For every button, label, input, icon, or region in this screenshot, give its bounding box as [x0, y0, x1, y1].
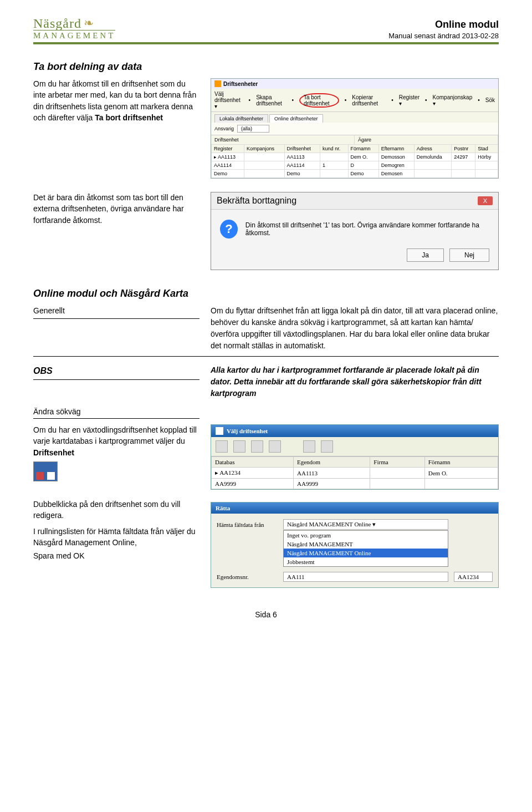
tb-kompanjon[interactable]: Kompanjonskap ▾: [433, 94, 473, 106]
driftsenheter-window: Driftsenheter Välj driftsenhet ▾ • Skapa…: [211, 78, 499, 179]
bottom-text2: I rullningslisten för Hämta fältdata frå…: [33, 526, 200, 549]
page-footer: Sida 6: [33, 610, 499, 619]
toolbar-icon[interactable]: [233, 440, 245, 453]
tab-lokala[interactable]: Lokala driftsenheter: [214, 114, 268, 123]
dropdown-item[interactable]: Inget vo. program: [284, 531, 448, 540]
tab-online[interactable]: Online driftsenheter: [269, 114, 323, 123]
table-row[interactable]: ▸ AA1113 AA1113 Dem O. Demosson Demolund…: [212, 153, 498, 161]
filter-select[interactable]: (alla): [237, 125, 269, 133]
tb-valj[interactable]: Välj driftsenhet ▾: [214, 91, 243, 109]
dialog-title: Bekräfta borttagning: [217, 196, 296, 206]
section1-left: Om du har åtkomst till en driftsenhet so…: [33, 78, 200, 123]
dialog-body-text: Din åtkomst till driftsenhet '1' tas bor…: [245, 221, 489, 237]
col-adress: Adress: [414, 145, 452, 153]
col-fornamn: Förnamn: [348, 145, 378, 153]
table-row[interactable]: AA9999 AA9999: [212, 479, 498, 489]
ratta-field2b[interactable]: AA1234: [454, 572, 493, 582]
window-icon: [216, 427, 223, 435]
window-title: Driftsenheter: [223, 81, 258, 87]
tb-sok[interactable]: Sök: [485, 97, 495, 103]
vd-col-databas: Databas: [212, 457, 294, 468]
dropdown-item[interactable]: Näsgård MANAGEMENT: [284, 540, 448, 549]
bottom-text3: Spara med OK: [33, 550, 200, 561]
ratta-title: Rätta: [211, 503, 498, 514]
toolbar-icon[interactable]: [251, 440, 263, 453]
toolbar-icon[interactable]: [269, 440, 281, 453]
col-kundnr: kund nr.: [320, 145, 348, 153]
house-icon: [33, 461, 58, 481]
driftsenheter-toolbar: Välj driftsenhet ▾ • Skapa driftsenhet •…: [211, 89, 498, 112]
tb-register[interactable]: Register ▾: [399, 94, 420, 106]
toolbar-icon[interactable]: [216, 440, 228, 453]
section2-left: Det är bara din åtkomst som tas bort til…: [33, 192, 200, 226]
col-driftsenhet: Driftsenhet: [284, 145, 320, 153]
logo-text-bottom: MANAGEMENT: [33, 30, 115, 40]
header-rule: [33, 42, 499, 44]
table-row[interactable]: AA1114 AA11141 DDemogren: [212, 161, 498, 170]
split-driftsenhet: Driftsenhet: [211, 135, 355, 144]
close-icon[interactable]: X: [478, 196, 493, 205]
tb-kopiera[interactable]: Kopierar driftsenhet: [352, 94, 386, 106]
logo-text-top: Näsgård: [33, 17, 81, 30]
col-kompanjons: Kompanjons: [244, 145, 285, 153]
obs-text: Alla kartor du har i kartprogrammet fort…: [211, 364, 499, 399]
col-stad: Stad: [475, 145, 498, 153]
doc-title: Online modul: [388, 19, 499, 31]
dropdown-item-selected[interactable]: Näsgård MANAGEMENT Online: [284, 549, 448, 557]
ratta-window: Rätta Hämta fältdata från Näsgård MANAGE…: [211, 502, 499, 588]
split-agare: Ägare: [355, 135, 498, 144]
window-icon: [214, 80, 221, 87]
logo: Näsgård ❧ MANAGEMENT: [33, 17, 115, 40]
vd-col-egendom: Egendom: [294, 457, 370, 468]
col-postnr: Postnr: [452, 145, 475, 153]
no-button[interactable]: Nej: [449, 248, 489, 262]
ratta-label1: Hämta fältdata från: [217, 521, 278, 528]
dropdown-item[interactable]: Jobbestemt: [284, 557, 448, 566]
confirm-dialog: Bekräfta borttagning X ? Din åtkomst til…: [211, 192, 499, 270]
table-row[interactable]: ▸ AA1234 AA1113 Dem O.: [212, 468, 498, 479]
andra-sokvag-label: Ändra sökväg: [33, 407, 200, 419]
col-register: Register: [212, 145, 244, 153]
vd-col-firma: Firma: [370, 457, 424, 468]
tb-tabort[interactable]: Ta bort driftsenhet: [299, 93, 339, 108]
col-efternamn: Efternamn: [378, 145, 414, 153]
table-row[interactable]: Demo Demo DemoDemosen: [212, 170, 498, 178]
doc-subtitle: Manual senast ändrad 2013-02-28: [388, 32, 499, 40]
ratta-label2: Egendomsnr.: [217, 574, 278, 580]
toolbar-icon[interactable]: [303, 440, 315, 453]
page-header: Näsgård ❧ MANAGEMENT Online modul Manual…: [33, 17, 499, 40]
yes-button[interactable]: Ja: [407, 248, 444, 262]
valj-driftsenhet-window: Välj driftsenhet Databas Egendom Firma: [211, 424, 499, 490]
vd-col-fornamn: Förnamn: [424, 457, 498, 468]
generellt-label: Generellt: [33, 305, 200, 319]
ratta-dropdown[interactable]: Inget vo. program Näsgård MANAGEMENT Näs…: [283, 530, 448, 567]
andra-bold: Driftsenhet: [33, 448, 74, 457]
section1-bold: Ta bort driftsenhet: [95, 113, 163, 122]
section-title-karta: Online modul och Näsgård Karta: [33, 288, 499, 300]
ratta-field1[interactable]: Näsgård MANAGEMENT Online ▾: [283, 519, 448, 530]
section-title-remove-share: Ta bort delning av data: [33, 61, 499, 73]
filter-label: Ansvarig: [214, 126, 234, 131]
leaf-icon: ❧: [84, 17, 94, 29]
andra-text: Om du har en växtodlings­driftsenhet kop…: [33, 425, 197, 445]
driftsenheter-table: Register Kompanjons Driftsenhet kund nr.…: [211, 144, 498, 178]
bottom-text1: Dubbelklicka på den driftsenhet som du v…: [33, 499, 200, 521]
tb-skapa[interactable]: Skapa driftsenhet: [256, 94, 286, 106]
toolbar-icon[interactable]: [321, 440, 333, 453]
generellt-text: Om du flyttar driftsenhet från att ligga…: [211, 305, 499, 352]
vd-title: Välj driftsenhet: [227, 428, 268, 434]
question-icon: ?: [220, 220, 238, 238]
obs-label: OBS: [33, 364, 200, 380]
ratta-field2a[interactable]: AA111: [283, 572, 448, 582]
